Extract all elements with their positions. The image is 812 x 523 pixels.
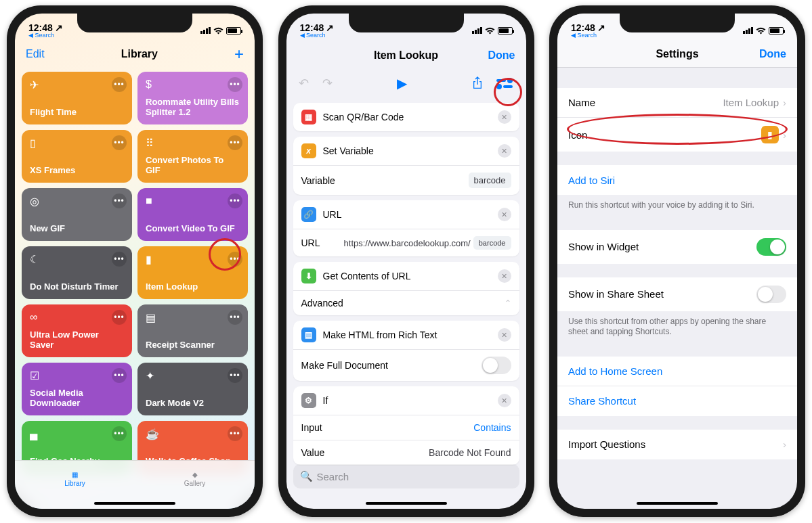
- status-back-app[interactable]: ◀ Search: [28, 32, 63, 39]
- home-indicator[interactable]: [366, 502, 447, 505]
- status-back-app[interactable]: ◀ Search: [571, 32, 605, 39]
- edit-button[interactable]: Edit: [26, 48, 45, 60]
- shortcut-tile[interactable]: •••⠿Convert Photos To GIF: [137, 130, 248, 183]
- settings-group-actions: Add to Home Screen Share Shortcut: [557, 357, 797, 416]
- notch: [77, 14, 192, 32]
- delete-action-button[interactable]: ✕: [498, 110, 511, 124]
- tile-more-button[interactable]: •••: [228, 194, 242, 208]
- name-row[interactable]: Name Item Lookup ›: [557, 88, 797, 118]
- editor-toolbar: ↶ ↷ ▶: [286, 68, 526, 99]
- qr-icon: ▦: [301, 110, 316, 124]
- tile-more-button[interactable]: •••: [112, 77, 127, 92]
- redo-button[interactable]: ↷: [322, 76, 333, 91]
- phone-settings: 12:48↗ ◀ Search Settings Done Name Item …: [549, 5, 805, 517]
- tile-icon: ☾: [30, 253, 124, 266]
- settings-toggle-button[interactable]: [496, 78, 514, 89]
- search-icon: 🔍: [300, 470, 313, 482]
- add-to-siri-button[interactable]: Add to Siri: [557, 165, 797, 195]
- tile-more-button[interactable]: •••: [228, 426, 242, 441]
- shortcut-tile[interactable]: •••$Roommate Utility Bills Splitter 1.2: [137, 72, 248, 124]
- done-button[interactable]: Done: [759, 48, 786, 60]
- shortcut-tile[interactable]: •••■Convert Video To GIF: [137, 188, 248, 241]
- if-value-label: Value: [301, 447, 325, 458]
- make-full-switch[interactable]: [482, 357, 511, 374]
- tile-title: Receipt Scanner: [146, 340, 240, 350]
- wifi-icon: [756, 27, 766, 35]
- tab-label: Library: [64, 480, 85, 487]
- siri-hint: Run this shortcut with your voice by add…: [557, 195, 797, 217]
- tile-title: Convert Video To GIF: [146, 223, 240, 234]
- import-questions-row[interactable]: Import Questions ›: [557, 430, 797, 459]
- done-button[interactable]: Done: [488, 49, 515, 62]
- action-title: If: [323, 395, 328, 406]
- icon-row[interactable]: Icon ▮ ›: [557, 118, 797, 152]
- shortcut-tile[interactable]: •••✦Dark Mode V2: [137, 363, 248, 415]
- tile-title: Dark Mode V2: [146, 398, 240, 409]
- action-if[interactable]: ⚙ If ✕ Input Contains Value Barcode Not …: [293, 386, 519, 465]
- import-questions-label: Import Questions: [568, 438, 783, 450]
- tile-more-button[interactable]: •••: [228, 310, 242, 325]
- delete-action-button[interactable]: ✕: [498, 208, 511, 221]
- delete-action-button[interactable]: ✕: [498, 394, 511, 407]
- chevron-right-icon: ›: [783, 129, 786, 141]
- shortcut-tile[interactable]: •••☾Do Not Disturb Timer: [22, 246, 132, 299]
- show-in-share-sheet-row: Show in Share Sheet: [557, 277, 797, 311]
- share-button[interactable]: [472, 76, 483, 90]
- action-title: Make HTML from Rich Text: [323, 329, 437, 340]
- tile-title: Ultra Low Power Saver: [30, 329, 124, 350]
- tile-more-button[interactable]: •••: [112, 252, 127, 267]
- tile-icon: $: [146, 78, 240, 91]
- home-indicator[interactable]: [94, 502, 175, 505]
- shortcut-tile[interactable]: •••✈Flight Time: [22, 72, 132, 124]
- tile-more-button[interactable]: •••: [112, 426, 127, 441]
- tile-more-button[interactable]: •••: [228, 252, 242, 267]
- search-input[interactable]: 🔍 Search: [293, 464, 519, 488]
- page-title: Item Lookup: [374, 49, 438, 62]
- tile-more-button[interactable]: •••: [228, 135, 242, 150]
- undo-button[interactable]: ↶: [299, 76, 309, 91]
- share-shortcut-button[interactable]: Share Shortcut: [557, 386, 797, 416]
- home-indicator[interactable]: [637, 502, 718, 505]
- tile-more-button[interactable]: •••: [112, 194, 127, 208]
- tile-icon: ▮: [146, 253, 240, 266]
- page-title: Library: [121, 48, 158, 60]
- tile-more-button[interactable]: •••: [228, 368, 242, 383]
- url-variable-token[interactable]: barcode: [473, 236, 511, 250]
- tile-more-button[interactable]: •••: [112, 368, 127, 383]
- if-condition-picker[interactable]: Contains: [473, 422, 511, 433]
- tile-title: Flight Time: [30, 107, 124, 118]
- delete-action-button[interactable]: ✕: [498, 144, 511, 158]
- action-get-contents[interactable]: ⬇ Get Contents of URL ✕ Advanced ⌃: [293, 262, 519, 315]
- action-url[interactable]: 🔗 URL ✕ URL https://www.barcodelookup.co…: [293, 200, 519, 256]
- show-in-widget-switch[interactable]: [756, 238, 786, 256]
- shortcut-tile[interactable]: •••▤Receipt Scanner: [137, 304, 248, 357]
- show-in-share-sheet-label: Show in Share Sheet: [568, 288, 756, 300]
- shortcut-tile[interactable]: •••▮Item Lookup: [137, 246, 248, 299]
- variable-value-field[interactable]: barcode: [469, 173, 511, 188]
- shortcut-tile[interactable]: •••◎New GIF: [22, 188, 132, 241]
- add-to-home-screen-button[interactable]: Add to Home Screen: [557, 357, 797, 386]
- action-make-html[interactable]: ▤ Make HTML from Rich Text ✕ Make Full D…: [293, 321, 519, 381]
- advanced-disclosure[interactable]: Advanced ⌃: [293, 290, 519, 315]
- shortcut-grid[interactable]: •••✈Flight Time•••$Roommate Utility Bill…: [15, 68, 255, 478]
- action-set-variable[interactable]: x Set Variable ✕ Variable barcode: [293, 137, 519, 195]
- shortcut-tile[interactable]: •••∞Ultra Low Power Saver: [22, 304, 132, 357]
- shortcut-tile[interactable]: •••☑Social Media Downloader: [22, 363, 132, 415]
- run-button[interactable]: ▶: [397, 75, 407, 91]
- tile-more-button[interactable]: •••: [228, 77, 242, 92]
- add-button[interactable]: +: [234, 45, 244, 64]
- action-list[interactable]: ▦ Scan QR/Bar Code ✕ x Set Variable ✕ Va…: [286, 99, 526, 499]
- signal-icon: [743, 27, 753, 34]
- signal-icon: [200, 27, 211, 34]
- chevron-right-icon: ›: [783, 438, 786, 450]
- if-value-field[interactable]: Barcode Not Found: [429, 447, 511, 458]
- url-value-field[interactable]: https://www.barcodelookup.com/: [344, 238, 471, 248]
- delete-action-button[interactable]: ✕: [498, 328, 511, 342]
- status-back-app[interactable]: ◀ Search: [300, 32, 335, 39]
- delete-action-button[interactable]: ✕: [498, 269, 511, 283]
- tile-more-button[interactable]: •••: [112, 310, 127, 325]
- show-in-share-sheet-switch[interactable]: [756, 286, 786, 303]
- action-scan-qr[interactable]: ▦ Scan QR/Bar Code ✕: [293, 103, 519, 131]
- tile-more-button[interactable]: •••: [112, 135, 127, 150]
- shortcut-tile[interactable]: •••▯XS Frames: [22, 130, 132, 183]
